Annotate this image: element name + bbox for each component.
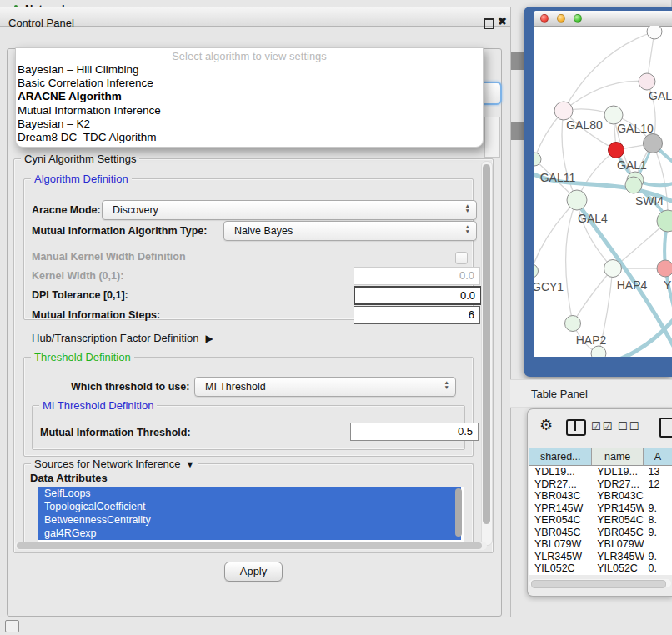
column-header[interactable]: name (592, 448, 643, 466)
mi-steps-field[interactable]: 6 (354, 306, 480, 324)
table-cell: 12 (644, 478, 672, 491)
node-table: shared...nameA YDL19...YDL19...13YDR27..… (529, 448, 672, 575)
attributes-scrollbar-thumb[interactable] (455, 488, 462, 537)
table-row[interactable]: YER054CYER054C8. (529, 514, 672, 527)
algorithm-option[interactable]: Bayesian – Hill Climbing (16, 63, 483, 77)
table-hscroll-thumb[interactable] (531, 580, 666, 588)
hidden-panel-fragment (484, 117, 500, 158)
column-header[interactable]: A (644, 448, 672, 466)
network-window-titlebar[interactable] (534, 11, 672, 27)
table-row[interactable]: YBL079WYBL079W (529, 538, 672, 551)
aracne-mode-label: Aracne Mode: (32, 204, 101, 217)
table-row[interactable]: YLR345WYLR345W9. (529, 551, 672, 563)
threshold-definition-title: Threshold Definition (31, 351, 134, 363)
algorithm-option[interactable]: Bayesian – K2 (16, 118, 483, 131)
table-cell: YLR345W (592, 551, 643, 563)
table-row[interactable]: YDR27...YDR27...12 (529, 478, 672, 491)
table-row[interactable]: YBR043CYBR043C (529, 490, 672, 502)
node-gcy1[interactable] (534, 264, 539, 278)
node-pink-top[interactable] (639, 73, 655, 90)
columns-icon[interactable] (566, 419, 586, 436)
attribute-item[interactable]: SelfLoops (38, 487, 461, 500)
close-panel-icon[interactable]: ✖ (498, 15, 507, 28)
node-red[interactable] (609, 142, 624, 158)
sources-group-title[interactable]: Sources for Network Inference▼ (31, 458, 198, 471)
deselect-all-checkboxes-icon[interactable]: ☐☐ (618, 420, 640, 432)
network-view-window[interactable]: GAL80GAL10GALGAL1GAL11GAL4SWI4HAP4YGCY1H… (534, 11, 672, 357)
mi-type-select[interactable]: Naive Bayes ▲▼ (223, 221, 477, 241)
which-threshold-value: MI Threshold (205, 381, 266, 392)
node-swi4[interactable] (625, 177, 642, 193)
document-icon[interactable] (659, 418, 672, 438)
zoom-window-icon[interactable] (574, 14, 582, 22)
sources-title-text: Sources for Network Inference (34, 458, 181, 470)
table-cell: YER054C (529, 514, 592, 527)
mi-steps-label: Mutual Information Steps: (32, 309, 160, 322)
table-row[interactable]: YBR045CYBR045C9. (529, 527, 672, 539)
minimize-window-icon[interactable] (557, 14, 565, 22)
table-header-row: shared...nameA (529, 448, 672, 466)
network-edge[interactable] (566, 200, 577, 323)
table-cell: 9. (644, 502, 672, 515)
table-cell: 9. (644, 551, 672, 563)
settings-horizontal-scrollbar[interactable] (15, 542, 487, 550)
table-row[interactable]: YDL19...YDL19...13 (529, 466, 672, 478)
node-hap2[interactable] (565, 316, 581, 332)
table-cell (644, 490, 672, 502)
table-cell (644, 538, 672, 551)
select-all-checkboxes-icon[interactable]: ☑☑ (591, 420, 614, 432)
table-cell: YBL079W (529, 538, 592, 551)
attribute-item[interactable]: BetweennessCentrality (38, 513, 461, 527)
table-row[interactable]: YPR145WYPR145W9. (529, 502, 672, 515)
collapsed-panel-button[interactable] (5, 620, 19, 632)
table-cell: YIL052C (592, 562, 643, 575)
aracne-mode-select[interactable]: Discovery ▲▼ (102, 200, 477, 220)
node-hap4[interactable] (604, 260, 622, 278)
kernel-width-field[interactable]: 0.0 (354, 267, 480, 285)
table-cell: YDL19... (529, 466, 592, 478)
algorithm-option[interactable]: Basic Correlation Inference (16, 77, 483, 90)
column-header[interactable]: shared... (529, 448, 592, 466)
float-window-button[interactable] (484, 18, 494, 29)
network-canvas[interactable]: GAL80GAL10GALGAL1GAL11GAL4SWI4HAP4YGCY1H… (534, 26, 672, 357)
attribute-item[interactable]: TopologicalCoefficient (38, 500, 461, 513)
apply-button[interactable]: Apply (224, 562, 283, 582)
node-label: GAL4 (578, 212, 608, 225)
algorithm-option[interactable]: Mutual Information Inference (16, 104, 483, 118)
attribute-item[interactable]: gal4RGexp (38, 527, 461, 540)
table-body: YDL19...YDL19...13YDR27...YDR27...12YBR0… (529, 466, 672, 575)
node-label: HAP2 (576, 333, 607, 347)
network-edge[interactable] (564, 32, 654, 111)
table-cell: YIL052C (529, 562, 592, 575)
which-threshold-label: Which threshold to use: (71, 381, 189, 393)
network-edge[interactable] (564, 81, 647, 111)
mi-threshold-label: Mutual Information Threshold: (40, 427, 191, 439)
network-edge[interactable] (534, 200, 577, 271)
settings-vscroll-thumb[interactable] (483, 164, 490, 524)
close-window-icon[interactable] (540, 14, 549, 22)
spinner-arrows-icon: ▲▼ (465, 224, 470, 234)
algorithm-option[interactable]: Dream8 DC_TDC Algorithm (16, 131, 483, 144)
manual-kernel-checkbox[interactable] (455, 252, 468, 264)
table-horizontal-scrollbar[interactable] (529, 579, 671, 588)
table-cell: 8. (644, 514, 672, 527)
mi-threshold-field[interactable]: 0.5 (350, 422, 479, 441)
algorithm-option[interactable]: ARACNE Algorithm (16, 90, 483, 103)
which-threshold-select[interactable]: MI Threshold ▲▼ (194, 377, 456, 397)
aracne-mode-value: Discovery (113, 204, 158, 216)
gear-icon[interactable]: ⚙ (539, 416, 553, 434)
table-row[interactable]: YIL052CYIL052C0. (529, 562, 672, 575)
data-attributes-items: SelfLoopsTopologicalCoefficientBetweenne… (38, 487, 464, 540)
settings-vertical-scrollbar[interactable] (481, 161, 493, 546)
hub-definition-toggle[interactable]: Hub/Transcription Factor Definition▶ (32, 332, 213, 345)
node-bottom-partial[interactable] (591, 346, 606, 357)
spinner-arrows-icon: ▲▼ (465, 203, 470, 213)
node-gal80[interactable] (554, 102, 573, 120)
node-gray[interactable] (644, 134, 663, 153)
algorithm-placeholder: Select algorithm to view settings (16, 48, 483, 63)
settings-hscroll-thumb[interactable] (17, 542, 482, 549)
node-top-partial[interactable] (647, 26, 662, 39)
dpi-tolerance-field[interactable]: 0.0 (354, 286, 482, 305)
node-gal4[interactable] (567, 190, 587, 210)
node-salmon[interactable] (657, 260, 672, 277)
